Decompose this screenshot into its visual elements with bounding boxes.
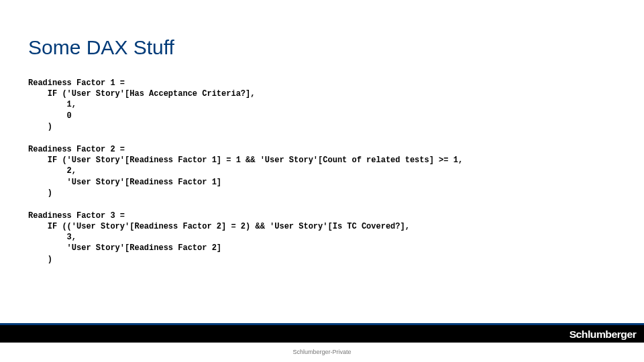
slide-title: Some DAX Stuff xyxy=(28,36,174,59)
code-area: Readiness Factor 1 = IF ('User Story'[Ha… xyxy=(28,78,616,277)
brand-logo: Schlumberger xyxy=(570,328,637,340)
code-block-2: Readiness Factor 2 = IF ('User Story'[Re… xyxy=(28,144,616,198)
slide: Some DAX Stuff Readiness Factor 1 = IF (… xyxy=(0,0,644,362)
code-block-3: Readiness Factor 3 = IF (('User Story'[R… xyxy=(28,210,616,265)
confidential-label: Schlumberger-Private xyxy=(0,349,644,355)
code-block-1: Readiness Factor 1 = IF ('User Story'[Ha… xyxy=(28,78,616,132)
footer-bar xyxy=(0,325,644,343)
